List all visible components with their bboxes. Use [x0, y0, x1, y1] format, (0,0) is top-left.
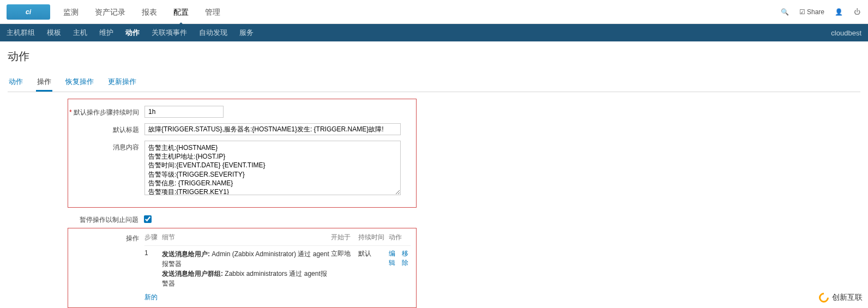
operations-box: 操作 步骤 细节 开始于 持续时间 动作 1 发送消息给用户: Admin (Z… [68, 228, 417, 308]
share-button[interactable]: ☑ Share [799, 8, 824, 16]
top-menu: 监测 资产记录 报表 配置 管理 [61, 2, 222, 22]
tab-recovery[interactable]: 恢复操作 [64, 74, 95, 92]
pause-row: 暂停操作以制止问题 [68, 213, 860, 225]
row-detail-2-prefix: 发送消息给用户群组: [162, 270, 223, 277]
top-menu-config[interactable]: 配置 [171, 2, 191, 22]
page-title: 动作 [0, 41, 868, 68]
step-duration-input[interactable] [144, 106, 224, 118]
logo[interactable]: ci [7, 4, 50, 20]
step-duration-label: 默认操作步骤持续时间 [68, 106, 144, 118]
col-step: 步骤 [144, 233, 162, 242]
remove-link[interactable]: 移除 [402, 249, 411, 288]
power-icon[interactable]: ⏻ [853, 8, 861, 16]
col-start: 开始于 [331, 233, 358, 242]
sub-hosts[interactable]: 主机 [73, 28, 87, 38]
sub-templates[interactable]: 模板 [47, 28, 61, 38]
operations-row: 1 发送消息给用户: Admin (Zabbix Administrator) … [144, 246, 411, 288]
sub-discovery[interactable]: 自动发现 [199, 28, 227, 38]
share-icon: ☑ [799, 8, 805, 16]
row-actions: 编辑 移除 [389, 249, 411, 288]
operation-config-box: 默认操作步骤持续时间 默认标题 消息内容 告警主机:{HOSTNAME} 告警主… [68, 99, 417, 208]
col-detail: 细节 [162, 233, 331, 242]
message-textarea[interactable]: 告警主机:{HOSTNAME} 告警主机IP地址:{HOST.IP} 告警时间:… [144, 141, 401, 195]
top-bar: ci 监测 资产记录 报表 配置 管理 🔍 ☑ Share 👤 ⏻ [0, 0, 868, 24]
row-duration: 默认 [358, 249, 389, 288]
edit-link[interactable]: 编辑 [389, 249, 397, 288]
pause-checkbox[interactable] [144, 215, 152, 223]
default-title-label: 默认标题 [68, 123, 144, 135]
top-menu-monitor[interactable]: 监测 [61, 2, 81, 22]
tab-update[interactable]: 更新操作 [107, 74, 137, 92]
sub-services[interactable]: 服务 [239, 28, 254, 38]
tab-bar: 动作 操作 恢复操作 更新操作 [8, 74, 860, 92]
col-action: 动作 [389, 233, 411, 242]
sub-bar: 主机群组 模板 主机 维护 动作 关联项事件 自动发现 服务 cloudbest [0, 24, 868, 41]
sub-account[interactable]: cloudbest [831, 29, 861, 37]
watermark-icon [817, 291, 830, 304]
message-label: 消息内容 [68, 141, 144, 195]
user-icon[interactable]: 👤 [834, 8, 843, 16]
operations-label: 操作 [68, 233, 144, 302]
sub-actions[interactable]: 动作 [125, 28, 140, 38]
row-start: 立即地 [331, 249, 358, 288]
pause-label: 暂停操作以制止问题 [68, 213, 144, 225]
row-detail-1-prefix: 发送消息给用户: [162, 250, 210, 258]
watermark-text: 创新互联 [832, 293, 863, 303]
operations-header: 步骤 细节 开始于 持续时间 动作 [144, 233, 411, 246]
sub-hostgroups[interactable]: 主机群组 [7, 28, 35, 38]
sub-correlation[interactable]: 关联项事件 [152, 28, 187, 38]
watermark: 创新互联 [819, 293, 863, 303]
row-step: 1 [144, 249, 162, 288]
search-icon[interactable]: 🔍 [781, 8, 789, 16]
form-wrap: 默认操作步骤持续时间 默认标题 消息内容 告警主机:{HOSTNAME} 告警主… [8, 99, 860, 308]
new-operation-link[interactable]: 新的 [144, 293, 158, 301]
top-right: 🔍 ☑ Share 👤 ⏻ [781, 8, 861, 16]
tab-action[interactable]: 动作 [8, 74, 24, 92]
top-menu-asset[interactable]: 资产记录 [93, 2, 128, 22]
sub-maintenance[interactable]: 维护 [99, 28, 113, 38]
top-menu-manage[interactable]: 管理 [203, 2, 222, 22]
row-detail: 发送消息给用户: Admin (Zabbix Administrator) 通过… [162, 249, 331, 288]
top-menu-report[interactable]: 报表 [140, 2, 159, 22]
col-duration: 持续时间 [358, 233, 389, 242]
default-title-input[interactable] [144, 123, 401, 135]
tab-operation[interactable]: 操作 [36, 74, 52, 92]
